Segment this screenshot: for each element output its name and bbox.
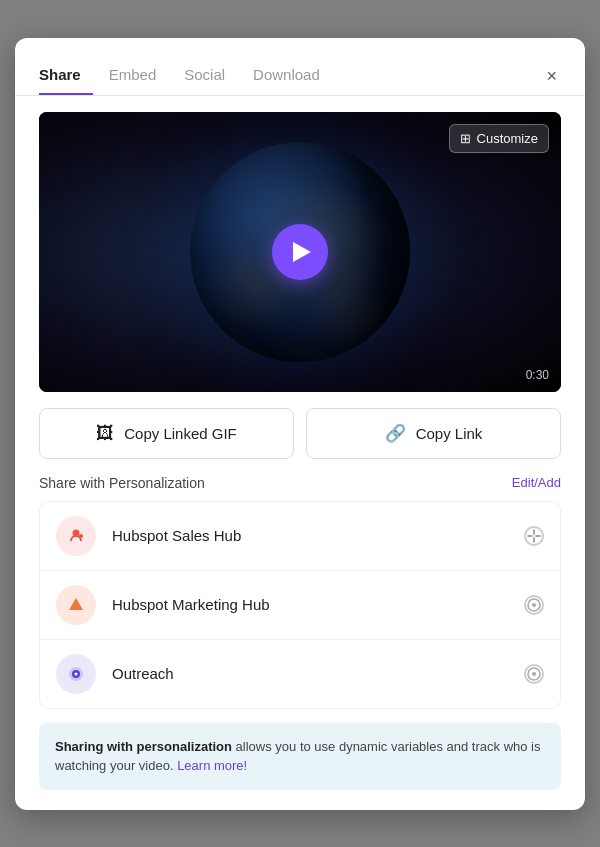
tab-bar: Share Embed Social Download bbox=[39, 58, 348, 95]
copy-linked-gif-button[interactable]: 🖼 Copy Linked GIF bbox=[39, 408, 294, 459]
modal-header: Share Embed Social Download × bbox=[15, 38, 585, 95]
link-icon: 🔗 bbox=[385, 423, 406, 444]
modal-overlay: Share Embed Social Download × ⊞ Customiz… bbox=[0, 0, 600, 847]
integration-item-outreach: Outreach bbox=[40, 640, 560, 708]
close-button[interactable]: × bbox=[542, 63, 561, 89]
actions-row: 🖼 Copy Linked GIF 🔗 Copy Link bbox=[39, 408, 561, 459]
svg-marker-2 bbox=[69, 598, 83, 610]
copy-link-label: Copy Link bbox=[416, 425, 483, 442]
tab-social[interactable]: Social bbox=[184, 58, 237, 95]
customize-label: Customize bbox=[477, 131, 538, 146]
integration-item-hubspot-sales: Hubspot Sales Hub bbox=[40, 502, 560, 571]
copy-linked-gif-label: Copy Linked GIF bbox=[124, 425, 237, 442]
outreach-name: Outreach bbox=[112, 665, 524, 682]
play-button[interactable] bbox=[272, 224, 328, 280]
tab-share[interactable]: Share bbox=[39, 58, 93, 95]
svg-point-7 bbox=[75, 672, 78, 675]
tab-divider bbox=[15, 95, 585, 96]
svg-point-1 bbox=[79, 534, 83, 538]
svg-point-4 bbox=[532, 603, 536, 607]
hubspot-sales-name: Hubspot Sales Hub bbox=[112, 527, 524, 544]
section-title: Share with Personalization bbox=[39, 475, 205, 491]
customize-button[interactable]: ⊞ Customize bbox=[449, 124, 549, 153]
customize-icon: ⊞ bbox=[460, 131, 471, 146]
svg-point-9 bbox=[532, 672, 536, 676]
hubspot-sales-icon bbox=[56, 516, 96, 556]
learn-more-link[interactable]: Learn more! bbox=[177, 758, 247, 773]
hubspot-marketing-icon bbox=[56, 585, 96, 625]
integration-list: Hubspot Sales Hub Hubspot Marketing Hub bbox=[39, 501, 561, 709]
info-bold-text: Sharing with personalization bbox=[55, 739, 232, 754]
integration-item-hubspot-marketing: Hubspot Marketing Hub bbox=[40, 571, 560, 640]
video-background: ⊞ Customize 0:30 bbox=[39, 112, 561, 392]
hubspot-marketing-name: Hubspot Marketing Hub bbox=[112, 596, 524, 613]
tab-embed[interactable]: Embed bbox=[109, 58, 169, 95]
copy-link-button[interactable]: 🔗 Copy Link bbox=[306, 408, 561, 459]
video-preview: ⊞ Customize 0:30 bbox=[39, 112, 561, 392]
info-box: Sharing with personalization allows you … bbox=[39, 723, 561, 790]
hubspot-sales-toggle[interactable] bbox=[524, 526, 544, 546]
video-duration: 0:30 bbox=[526, 368, 549, 382]
image-icon: 🖼 bbox=[96, 423, 114, 444]
share-modal: Share Embed Social Download × ⊞ Customiz… bbox=[15, 38, 585, 810]
hubspot-marketing-toggle[interactable] bbox=[524, 595, 544, 615]
outreach-toggle[interactable] bbox=[524, 664, 544, 684]
section-header: Share with Personalization Edit/Add bbox=[15, 475, 585, 501]
outreach-icon bbox=[56, 654, 96, 694]
edit-add-link[interactable]: Edit/Add bbox=[512, 475, 561, 490]
tab-download[interactable]: Download bbox=[253, 58, 332, 95]
